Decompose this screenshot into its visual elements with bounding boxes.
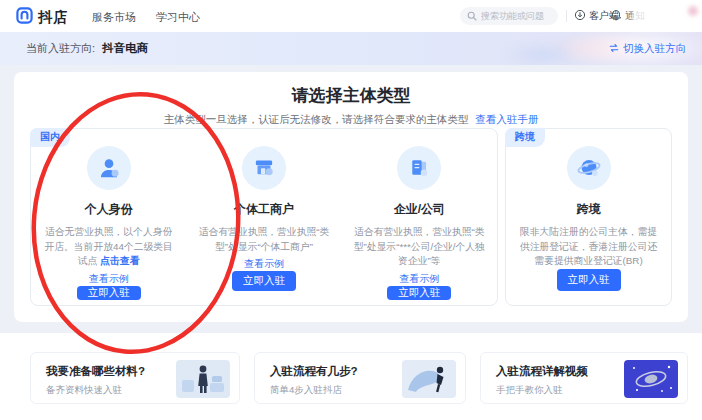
view-example-link[interactable]: 查看示例 <box>244 257 284 271</box>
subtitle-text: 主体类型一旦选择，认证后无法修改，请选择符合要求的主体类型 <box>164 113 469 125</box>
switch-label: 切换入驻方向 <box>623 42 686 56</box>
client-download-icon <box>574 9 586 23</box>
entity-card-desc: 适合有营业执照，营业执照“类型”处显示“个体工商户” <box>194 225 333 254</box>
help-title: 入驻流程详解视频 <box>496 364 588 379</box>
brand[interactable]: 抖店 <box>16 7 68 28</box>
bell-icon <box>610 9 622 23</box>
entity-card-title: 个人身份 <box>85 201 133 218</box>
page-title: 请选择主体类型 <box>14 72 688 107</box>
entity-card-desc: 适合无营业执照，以个人身份开店。当前开放44个二级类目试点 点击查看 <box>39 225 178 269</box>
globe-icon <box>567 146 611 190</box>
search-icon <box>467 7 477 25</box>
video-illustration <box>624 360 678 398</box>
entity-card-desc: 适合有营业执照，营业执照“类型”处显示“***公司/企业/个人独资企业”等 <box>350 225 489 269</box>
entity-card-title: 企业/公司 <box>394 201 445 218</box>
person-icon <box>87 146 131 190</box>
view-example-link[interactable]: 查看示例 <box>89 272 129 286</box>
help-title: 我要准备哪些材料? <box>46 364 145 379</box>
group-crossborder: 跨境 跨境 限非大陆注册的公司主体，需提供注册登记证，香港注册公司还需要提供商业… <box>505 128 672 306</box>
group-domestic: 国内 个人身份 适合无营业执照，以个人身份开店。当前开放44个二级类目试点 点击… <box>30 128 498 306</box>
help-subtitle: 简单4步入驻抖店 <box>270 384 358 397</box>
nav-divider <box>566 10 567 22</box>
entity-card-crossborder: 跨境 限非大陆注册的公司主体，需提供注册登记证，香港注册公司还需要提供商业登记证… <box>506 129 671 305</box>
help-card-steps[interactable]: 入驻流程有几步? 简单4步入驻抖店 <box>254 352 466 404</box>
nav-service-market[interactable]: 服务市场 <box>92 10 136 25</box>
join-now-button-crossborder[interactable]: 立即入驻 <box>557 269 621 291</box>
group-tag-domestic: 国内 <box>30 128 70 147</box>
join-now-button-company[interactable]: 立即入驻 <box>387 286 451 300</box>
entity-card-individual-business: 个体工商户 适合有营业执照，营业执照“类型”处显示“个体工商户” 查看示例 立即… <box>186 129 341 305</box>
primary-nav: 服务市场 学习中心 <box>92 10 200 25</box>
switch-arrows-icon <box>609 43 619 55</box>
view-example-link[interactable]: 查看示例 <box>399 272 439 286</box>
subheader-bar: 当前入驻方向: 抖音电商 切换入驻方向 <box>0 32 702 65</box>
switch-direction-link[interactable]: 切换入驻方向 <box>609 42 686 56</box>
entity-type-panel: 请选择主体类型 主体类型一旦选择，认证后无法修改，请选择符合要求的主体类型 查看… <box>14 72 688 322</box>
douyin-shop-logo-icon <box>16 7 33 28</box>
search-input[interactable] <box>481 11 553 21</box>
direction-value: 抖音电商 <box>102 42 148 54</box>
entity-card-personal: 个人身份 适合无营业执照，以个人身份开店。当前开放44个二级类目试点 点击查看 … <box>31 129 186 305</box>
click-to-view-link[interactable]: 点击查看 <box>100 255 139 266</box>
current-direction: 当前入驻方向: 抖音电商 <box>26 41 148 56</box>
entity-card-desc: 限非大陆注册的公司主体，需提供注册登记证，香港注册公司还需要提供商业登记证(BR… <box>514 225 663 269</box>
join-now-button-individual[interactable]: 立即入驻 <box>232 271 296 291</box>
help-panel: 我要准备哪些材料? 备齐资料快速入驻 入驻流程有几步? 简单4步入驻抖店 入驻流… <box>0 333 702 420</box>
help-card-video[interactable]: 入驻流程详解视频 手把手教你入驻 <box>480 352 688 404</box>
store-icon <box>242 146 286 190</box>
avatar <box>688 6 698 16</box>
nav-learning-center[interactable]: 学习中心 <box>156 10 200 25</box>
entity-card-title: 个体工商户 <box>234 201 294 218</box>
page-subtitle: 主体类型一旦选择，认证后无法修改，请选择符合要求的主体类型 查看入驻手册 <box>14 113 688 127</box>
help-title: 入驻流程有几步? <box>270 364 358 379</box>
company-icon <box>397 146 441 190</box>
help-card-materials[interactable]: 我要准备哪些材料? 备齐资料快速入驻 <box>30 352 240 404</box>
join-now-button-personal[interactable]: 立即入驻 <box>77 286 141 300</box>
top-navbar: 抖店 服务市场 学习中心 客户端 通知 <box>0 0 702 32</box>
entity-card-company: 企业/公司 适合有营业执照，营业执照“类型”处显示“***公司/企业/个人独资企… <box>342 129 497 305</box>
brand-name: 抖店 <box>38 9 68 27</box>
materials-illustration <box>176 360 230 398</box>
steps-illustration <box>402 360 456 398</box>
handbook-link[interactable]: 查看入驻手册 <box>475 113 538 125</box>
entity-card-title: 跨境 <box>577 201 601 218</box>
direction-prefix: 当前入驻方向: <box>26 42 95 54</box>
group-tag-crossborder: 跨境 <box>505 128 545 147</box>
help-subtitle: 手把手教你入驻 <box>496 384 588 397</box>
help-subtitle: 备齐资料快速入驻 <box>46 384 145 397</box>
douyin-shop-onboarding-page: 抖店 服务市场 学习中心 客户端 通知 <box>0 0 702 420</box>
search-box[interactable] <box>460 7 558 25</box>
